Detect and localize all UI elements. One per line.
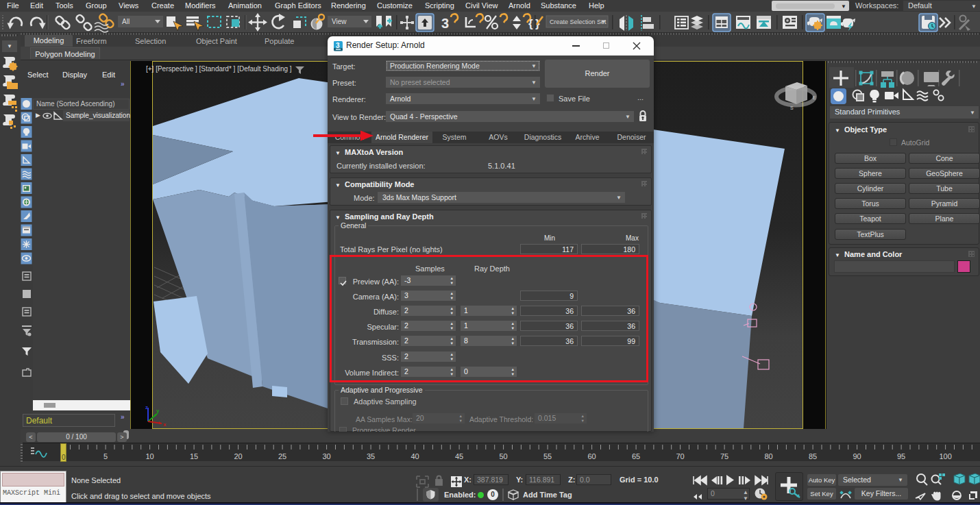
svg-text:All: All — [122, 18, 130, 25]
svg-text:30: 30 — [322, 452, 330, 460]
svg-text:3: 3 — [441, 16, 449, 31]
svg-text:E: E — [813, 95, 816, 100]
svg-text:3: 3 — [336, 42, 340, 49]
svg-text:65: 65 — [632, 452, 640, 460]
svg-text:20: 20 — [234, 452, 242, 460]
svg-text:85: 85 — [809, 452, 817, 460]
svg-text:45: 45 — [455, 452, 463, 460]
svg-text:25: 25 — [278, 452, 286, 460]
svg-text:80: 80 — [764, 452, 772, 460]
svg-text:70: 70 — [676, 452, 684, 460]
svg-text:View: View — [332, 18, 347, 25]
svg-text:5: 5 — [103, 452, 108, 460]
svg-text:15: 15 — [190, 452, 198, 460]
svg-text:90: 90 — [853, 452, 861, 460]
svg-text:10: 10 — [145, 452, 154, 460]
svg-text:z: z — [145, 404, 148, 410]
svg-text:75: 75 — [720, 452, 728, 460]
svg-text:S: S — [790, 106, 794, 110]
svg-text:35: 35 — [367, 452, 375, 460]
svg-text:Create Selection Set: Create Selection Set — [550, 19, 607, 25]
svg-text:50: 50 — [499, 452, 507, 460]
svg-text:55: 55 — [543, 452, 552, 460]
svg-text:100: 100 — [939, 452, 951, 460]
svg-text:60: 60 — [587, 452, 596, 460]
svg-text:95: 95 — [897, 452, 905, 460]
svg-text:40: 40 — [411, 452, 419, 460]
svg-text:y: y — [156, 408, 160, 414]
svg-text:x: x — [163, 421, 167, 428]
